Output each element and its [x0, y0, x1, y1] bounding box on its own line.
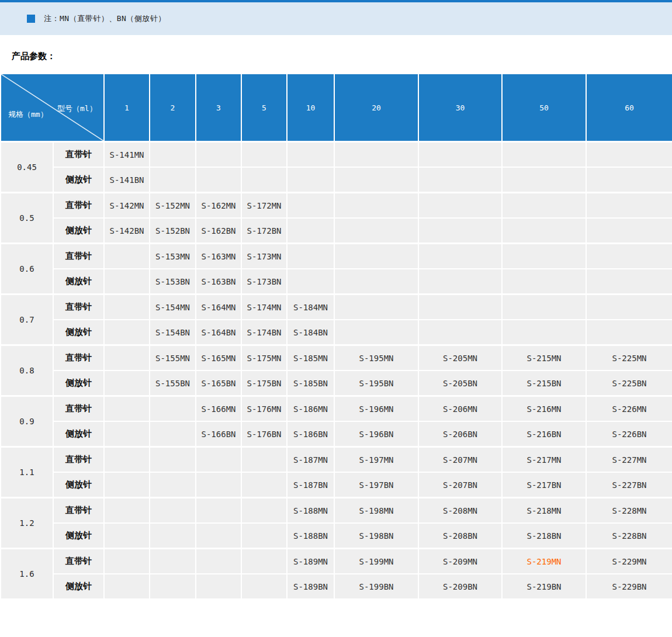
empty-cell — [241, 498, 287, 524]
model-cell: S-228BN — [586, 523, 672, 549]
model-cell: S-172BN — [241, 218, 287, 244]
note-bullet-icon — [27, 15, 35, 23]
model-cell: S-226BN — [586, 421, 672, 447]
table-header-row: 规格（mm） 型号（ml） 12351020305060 — [1, 74, 672, 142]
model-cell: S-162BN — [196, 218, 241, 244]
column-header-10ml: 10 — [287, 74, 334, 142]
empty-cell — [104, 549, 150, 574]
model-cell: S-195MN — [334, 345, 418, 371]
model-cell: S-229MN — [586, 549, 672, 574]
model-cell: S-225MN — [586, 345, 672, 371]
row-0.8-mn: 0.8直带针S-155MNS-165MNS-175MNS-185MNS-195M… — [1, 345, 672, 371]
model-cell: S-196BN — [334, 421, 418, 447]
model-cell: S-172MN — [241, 193, 287, 219]
empty-cell — [586, 295, 672, 320]
empty-cell — [502, 193, 586, 219]
model-cell: S-188MN — [287, 498, 334, 524]
model-cell: S-164BN — [196, 320, 241, 345]
model-cell: S-184BN — [287, 320, 334, 345]
model-cell: S-173BN — [241, 269, 287, 295]
model-cell: S-225BN — [586, 371, 672, 396]
model-cell: S-197MN — [334, 447, 418, 473]
model-cell: S-227BN — [586, 472, 672, 498]
row-1.2-mn: 1.2直带针S-188MNS-198MNS-208MNS-218MNS-228M… — [1, 498, 672, 524]
model-cell: S-219MN — [502, 549, 586, 574]
empty-cell — [586, 320, 672, 345]
empty-cell — [418, 320, 502, 345]
empty-cell — [150, 167, 196, 193]
row-1.1-mn: 1.1直带针S-187MNS-197MNS-207MNS-217MNS-227M… — [1, 447, 672, 473]
empty-cell — [241, 523, 287, 549]
empty-cell — [334, 167, 418, 193]
empty-cell — [150, 472, 196, 498]
needle-type-cell: 直带针 — [53, 498, 104, 524]
empty-cell — [418, 244, 502, 269]
empty-cell — [196, 523, 241, 549]
model-cell: S-199MN — [334, 549, 418, 574]
model-cell: S-229BN — [586, 574, 672, 599]
row-0.6-bn: 侧放针S-153BNS-163BNS-173BN — [1, 269, 672, 295]
empty-cell — [334, 218, 418, 244]
empty-cell — [104, 523, 150, 549]
empty-cell — [334, 193, 418, 219]
model-cell: S-163MN — [196, 244, 241, 269]
model-cell: S-152BN — [150, 218, 196, 244]
spec-cell: 1.2 — [1, 498, 53, 549]
model-cell: S-195BN — [334, 371, 418, 396]
empty-cell — [150, 549, 196, 574]
note-banner: 注：MN（直带针）、BN（侧放针） — [0, 2, 672, 35]
column-header-30ml: 30 — [418, 74, 502, 142]
model-cell: S-187MN — [287, 447, 334, 473]
empty-cell — [196, 574, 241, 599]
model-cell: S-166BN — [196, 421, 241, 447]
model-cell: S-196MN — [334, 396, 418, 422]
spec-cell: 1.6 — [1, 549, 53, 600]
model-cell: S-142BN — [104, 218, 150, 244]
row-0.6-mn: 0.6直带针S-153MNS-163MNS-173MN — [1, 244, 672, 269]
empty-cell — [150, 498, 196, 524]
empty-cell — [104, 396, 150, 422]
model-cell: S-173MN — [241, 244, 287, 269]
needle-type-cell: 直带针 — [53, 244, 104, 269]
model-cell: S-189MN — [287, 549, 334, 574]
empty-cell — [104, 244, 150, 269]
empty-cell — [586, 269, 672, 295]
empty-cell — [150, 142, 196, 168]
model-cell: S-141BN — [104, 167, 150, 193]
empty-cell — [502, 295, 586, 320]
spec-cell: 1.1 — [1, 447, 53, 498]
empty-cell — [287, 193, 334, 219]
empty-cell — [418, 295, 502, 320]
model-cell: S-165MN — [196, 345, 241, 371]
model-cell: S-217BN — [502, 472, 586, 498]
model-cell: S-141MN — [104, 142, 150, 168]
model-cell: S-154BN — [150, 320, 196, 345]
empty-cell — [502, 244, 586, 269]
needle-type-cell: 侧放针 — [53, 371, 104, 396]
empty-cell — [104, 447, 150, 473]
empty-cell — [334, 269, 418, 295]
empty-cell — [334, 244, 418, 269]
row-0.9-mn: 0.9直带针S-166MNS-176MNS-186MNS-196MNS-206M… — [1, 396, 672, 422]
model-cell: S-185MN — [287, 345, 334, 371]
empty-cell — [287, 244, 334, 269]
needle-type-cell: 直带针 — [53, 193, 104, 219]
empty-cell — [104, 472, 150, 498]
model-cell: S-176MN — [241, 396, 287, 422]
needle-type-cell: 侧放针 — [53, 574, 104, 599]
column-header-2ml: 2 — [150, 74, 196, 142]
empty-cell — [502, 320, 586, 345]
empty-cell — [586, 193, 672, 219]
column-header-3ml: 3 — [196, 74, 241, 142]
row-1.6-bn: 侧放针S-189BNS-199BNS-209BNS-219BNS-229BN — [1, 574, 672, 599]
model-cell: S-164MN — [196, 295, 241, 320]
corner-col-axis-label: 型号（ml） — [57, 103, 97, 114]
model-cell: S-208MN — [418, 498, 502, 524]
empty-cell — [287, 269, 334, 295]
empty-cell — [241, 549, 287, 574]
row-1.6-mn: 1.6直带针S-189MNS-199MNS-209MNS-219MNS-229M… — [1, 549, 672, 574]
empty-cell — [104, 269, 150, 295]
needle-type-cell: 侧放针 — [53, 269, 104, 295]
model-cell: S-209MN — [418, 549, 502, 574]
model-cell: S-216MN — [502, 396, 586, 422]
